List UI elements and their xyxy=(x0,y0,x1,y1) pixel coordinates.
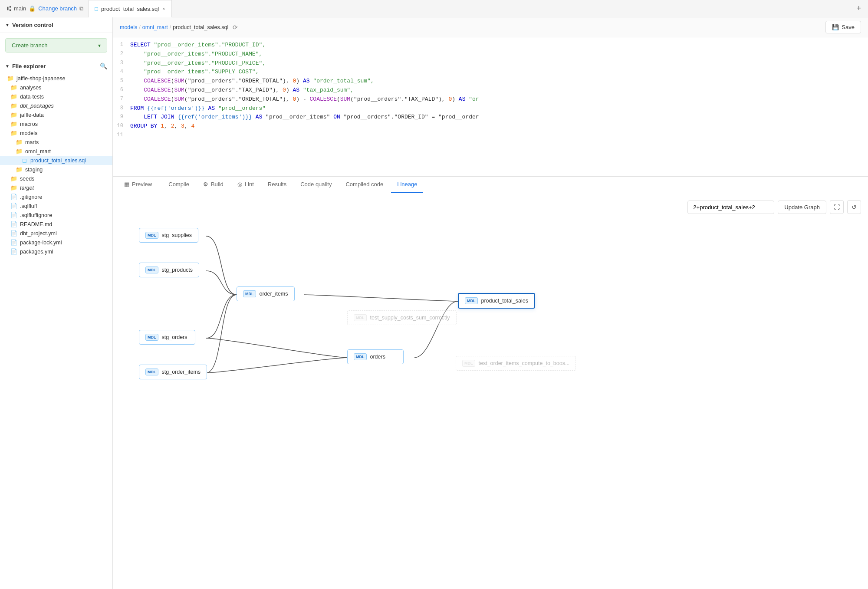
lineage-panel: Update Graph ⛶ ↺ MDL stg_supplies MDL st… xyxy=(113,193,868,428)
bottom-tab-results[interactable]: Results xyxy=(262,177,293,193)
file-tree-item-_gitignore[interactable]: 📄.gitignore xyxy=(0,192,112,201)
node-label: stg_products xyxy=(162,267,193,273)
token-str: "prod__order_items"."PRODUCT_ID", xyxy=(151,42,266,48)
token-plain xyxy=(130,87,144,93)
file-tree-item-label: jaffle-data xyxy=(20,112,44,118)
graph-edge xyxy=(206,236,237,295)
token-kw: AS xyxy=(293,87,300,93)
file-search-icon[interactable]: 🔍 xyxy=(100,63,107,69)
breadcrumb: models / omni_mart / product_total_sales… xyxy=(120,24,238,31)
code-line: 7 COALESCE(SUM("prod__orders"."ORDER_TOT… xyxy=(113,95,868,104)
save-icon: 💾 xyxy=(832,24,839,30)
change-branch-button[interactable]: Change branch xyxy=(38,5,77,12)
file-tree-item-label: .gitignore xyxy=(20,194,42,200)
bottom-tab-compile[interactable]: Compile xyxy=(160,177,195,193)
breadcrumb-models: models xyxy=(120,24,137,30)
refresh-icon[interactable]: ⟳ xyxy=(233,24,238,31)
code-editor[interactable]: 1SELECT "prod__order_items"."PRODUCT_ID"… xyxy=(113,37,868,176)
bottom-tab-lineage[interactable]: Lineage xyxy=(391,177,423,193)
bottom-tab-code-quality[interactable]: Code quality xyxy=(294,177,338,193)
code-line: 3 "prod__order_items"."PRODUCT_PRICE", xyxy=(113,59,868,68)
graph-node-order_items[interactable]: MDL order_items xyxy=(237,286,295,301)
line-number: 7 xyxy=(113,95,130,103)
file-tree-item-_sqlfluffignore[interactable]: 📄.sqlfluffignore xyxy=(0,211,112,220)
file-tree-item-label: product_total_sales.sql xyxy=(30,158,86,164)
file-tree-item-jaffle_data[interactable]: 📁jaffle-data xyxy=(0,110,112,119)
graph-node-test_order[interactable]: MDL test_order_items_compute_to_boos... xyxy=(456,356,576,371)
file-explorer-header[interactable]: ▼ File explorer 🔍 xyxy=(0,58,112,74)
copy-icon[interactable]: ⧉ xyxy=(79,5,83,12)
token-plain: ("prod__orders"."ORDER_TOTAL"), xyxy=(184,96,293,102)
version-control-chevron: ▼ xyxy=(5,23,10,27)
code-line: 5 COALESCE(SUM("prod__orders"."ORDER_TOT… xyxy=(113,77,868,86)
file-tree-item-staging[interactable]: 📁staging xyxy=(0,165,112,174)
graph-node-test_supply[interactable]: MDL test_supply_costs_sum_correctly xyxy=(347,310,457,325)
token-plain: ) xyxy=(286,87,293,93)
new-tab-button[interactable]: + xyxy=(853,4,865,13)
active-tab[interactable]: ◻ product_total_sales.sql × xyxy=(89,0,171,17)
update-graph-button[interactable]: Update Graph xyxy=(778,201,826,214)
fullscreen-icon[interactable]: ⛶ xyxy=(830,200,844,214)
tab-close-icon[interactable]: × xyxy=(161,5,166,12)
bottom-tab-compiled-code[interactable]: Compiled code xyxy=(339,177,389,193)
bottom-tab-label-lint: Lint xyxy=(245,181,254,188)
file-tree-item-label: dbt_project.yml xyxy=(20,230,57,237)
breadcrumb-omni-mart: omni_mart xyxy=(142,24,168,30)
file-tree-item-models[interactable]: 📁models xyxy=(0,128,112,138)
file-tree-item-README_md[interactable]: 📄README.md xyxy=(0,220,112,229)
token-num: 0 xyxy=(283,87,286,93)
graph-node-stg_supplies[interactable]: MDL stg_supplies xyxy=(139,228,198,243)
file-tree-item-dbt_project_yml[interactable]: 📄dbt_project.yml xyxy=(0,229,112,238)
graph-edge xyxy=(304,295,458,301)
lock-icon: 🔒 xyxy=(29,5,36,12)
file-tree-item-label: package-lock.yml xyxy=(20,240,62,246)
token-str: "prod__orders" xyxy=(215,105,266,112)
mdl-badge: MDL xyxy=(462,360,475,367)
graph-node-product_total[interactable]: MDL product_total_sales xyxy=(458,293,535,309)
bottom-tab-build[interactable]: ⚙Build xyxy=(197,177,230,193)
file-tree-item-jaffle_shop_japanese[interactable]: 📁jaffle-shop-japanese xyxy=(0,74,112,83)
file-tree-item-macros[interactable]: 📁macros xyxy=(0,119,112,128)
token-plain: "prod__orders"."ORDER_ID" = "prod__order xyxy=(340,114,479,120)
token-fn: COALESCE xyxy=(310,96,337,102)
token-ref: {{ref('orders')}} xyxy=(147,105,205,112)
file-tree-item-data_tests[interactable]: 📁data-tests xyxy=(0,92,112,101)
file-tree-item-seeds[interactable]: 📁seeds xyxy=(0,174,112,183)
breadcrumb-current-file: product_total_sales.sql xyxy=(173,24,228,30)
file-tree-item-dbt_packages[interactable]: 📁dbt_packages xyxy=(0,101,112,110)
save-button[interactable]: 💾 Save xyxy=(825,21,861,33)
file-tree-item-target[interactable]: 📁target xyxy=(0,183,112,192)
file-tree-item-packages_yml[interactable]: 📄packages.yml xyxy=(0,247,112,256)
graph-node-stg_products[interactable]: MDL stg_products xyxy=(139,263,199,277)
line-content: COALESCE(SUM("prod__orders"."TAX_PAID"),… xyxy=(130,86,354,95)
token-str: "or xyxy=(465,96,479,102)
branch-graph-icon: ⑆ xyxy=(7,5,11,13)
file-tree-item-analyses[interactable]: 📁analyses xyxy=(0,83,112,92)
token-kw: AS xyxy=(208,105,215,112)
version-control-section[interactable]: ▼ Version control xyxy=(0,17,112,33)
line-content: GROUP BY 1, 2, 3, 4 xyxy=(130,122,194,131)
code-line: 11 xyxy=(113,131,868,140)
bottom-tab-lint[interactable]: ◎Lint xyxy=(231,177,260,193)
file-tree-item-label: models xyxy=(20,130,37,136)
tab-icon-build: ⚙ xyxy=(203,181,208,188)
file-tree-item-package_lock_yml[interactable]: 📄package-lock.yml xyxy=(0,238,112,247)
refresh-graph-icon[interactable]: ↺ xyxy=(847,200,861,214)
lineage-search-input[interactable] xyxy=(687,201,774,214)
file-tree-item-_sqlfluff[interactable]: 📄.sqlfluff xyxy=(0,201,112,211)
file-tree-item-label: data-tests xyxy=(20,94,44,100)
file-tree-item-omni_mart[interactable]: 📁omni_mart xyxy=(0,147,112,156)
graph-edge xyxy=(206,295,237,373)
tab-label: product_total_sales.sql xyxy=(101,6,159,12)
folder-icon: 📁 xyxy=(10,112,17,118)
create-branch-button[interactable]: Create branch ▾ xyxy=(5,38,107,53)
file-tree-item-product_total_sales_sql[interactable]: ◻product_total_sales.sql xyxy=(0,156,112,165)
token-plain xyxy=(130,78,144,84)
file-tree-item-marts[interactable]: 📁marts xyxy=(0,138,112,147)
graph-node-orders[interactable]: MDL orders xyxy=(347,349,404,364)
graph-node-stg_order_items[interactable]: MDL stg_order_items xyxy=(139,365,207,379)
line-content: COALESCE(SUM("prod__orders"."ORDER_TOTAL… xyxy=(130,77,374,86)
bottom-tab-preview[interactable]: ▦Preview xyxy=(118,177,158,193)
folder-icon: 📁 xyxy=(10,184,17,191)
graph-node-stg_orders[interactable]: MDL stg_orders xyxy=(139,330,195,345)
